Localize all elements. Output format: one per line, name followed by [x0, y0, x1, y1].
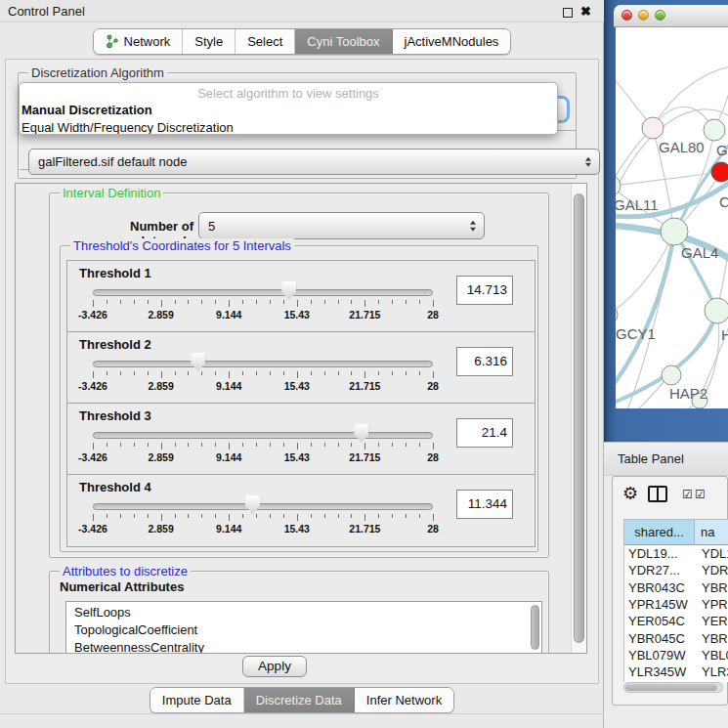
table-scrollbar-thumb[interactable]: [625, 684, 717, 691]
threshold-label: Threshold 2: [79, 337, 151, 352]
threshold-value-field[interactable]: 21.4: [456, 418, 513, 448]
table-row[interactable]: YLR345WYLR3: [624, 664, 728, 680]
settings-scrollbar[interactable]: [571, 184, 586, 653]
network-node[interactable]: [711, 162, 728, 182]
slider-track[interactable]: [93, 503, 433, 510]
tab-impute-data[interactable]: Impute Data: [150, 688, 244, 712]
slider-tick: [256, 514, 257, 518]
tab-style[interactable]: Style: [183, 29, 236, 54]
table-cell[interactable]: YBR0: [695, 630, 728, 647]
table-cell[interactable]: YBR043C: [624, 579, 695, 596]
network-node[interactable]: [704, 119, 725, 141]
table-cell[interactable]: YBR045C: [624, 630, 695, 647]
table-cell[interactable]: YBL079W: [624, 647, 695, 664]
algorithm-option[interactable]: Equal Width/Frequency Discretization: [20, 119, 557, 135]
slider-tick: [364, 443, 365, 450]
table-row[interactable]: YER054CYER0: [624, 613, 728, 629]
slider-tick-label: -3.426: [78, 309, 107, 321]
table-cell[interactable]: YDL19...: [624, 545, 695, 562]
mac-close-button[interactable]: [621, 10, 632, 21]
slider-thumb[interactable]: [354, 424, 368, 443]
numerical-attributes-label: Numerical Attributes: [60, 579, 184, 594]
table-cell[interactable]: YER0: [695, 613, 728, 629]
slider-tick: [324, 300, 325, 304]
stepper-arrows-icon: [585, 156, 591, 167]
gear-icon[interactable]: ⚙: [622, 483, 638, 504]
network-icon: [106, 34, 119, 49]
node-attribute-table[interactable]: shared...na YDL19...YDL1YDR27...YDR2YBR0…: [623, 519, 728, 682]
numerical-attributes-list[interactable]: SelfLoopsTopologicalCoefficientBetweenne…: [65, 601, 542, 654]
table-cell[interactable]: YLR3: [695, 664, 728, 680]
table-row[interactable]: YBL079WYBL0: [624, 647, 728, 664]
table-row[interactable]: YDR27...YDR2: [624, 562, 728, 578]
table-row[interactable]: YDL19...YDL1: [624, 545, 728, 562]
apply-button[interactable]: Apply: [242, 656, 307, 677]
slider-track[interactable]: [93, 289, 433, 296]
table-column-header[interactable]: shared...: [624, 520, 695, 545]
slider-tick: [419, 371, 420, 375]
slider-tick: [175, 300, 176, 304]
slider-tick: [161, 514, 162, 521]
settings-scrollbar-thumb[interactable]: [574, 193, 584, 643]
mac-zoom-button[interactable]: [655, 10, 665, 21]
tab-cyni-toolbox[interactable]: Cyni Toolbox: [295, 29, 392, 54]
table-cell[interactable]: YDR27...: [624, 562, 695, 578]
table-cell[interactable]: YPR145W: [624, 596, 695, 613]
threshold-value-field[interactable]: 14.713: [456, 276, 513, 305]
attribute-list-item[interactable]: BetweennessCentrality: [74, 639, 541, 654]
attributes-scrollbar[interactable]: [531, 605, 539, 650]
network-node[interactable]: [661, 218, 688, 245]
table-cell[interactable]: YBR0: [695, 579, 728, 596]
slider-thumb[interactable]: [245, 495, 260, 514]
table-column-header[interactable]: na: [695, 520, 728, 545]
checkbox-icon[interactable]: ☑: [695, 488, 706, 501]
divider: [0, 713, 604, 714]
tab-select[interactable]: Select: [236, 29, 295, 54]
table-cell[interactable]: YDL1: [695, 545, 728, 562]
table-row[interactable]: YPR145WYPR1: [624, 596, 728, 613]
network-window-titlebar[interactable]: [614, 5, 728, 27]
network-node[interactable]: [662, 365, 681, 385]
slider-tick-label: 21.715: [349, 451, 380, 463]
attribute-list-item[interactable]: TopologicalCoefficient: [74, 621, 541, 639]
slider-track[interactable]: [93, 432, 433, 439]
slider-tick-label: 28: [427, 380, 439, 392]
mac-minimize-button[interactable]: [638, 10, 649, 21]
network-node[interactable]: [642, 117, 664, 139]
slider-tick: [283, 443, 284, 447]
table-row[interactable]: YBR043CYBR0: [624, 579, 728, 596]
slider-tick-label: 28: [427, 523, 439, 535]
number-of-intervals-combobox[interactable]: 5: [198, 212, 485, 239]
attribute-list-item[interactable]: SelfLoops: [74, 604, 541, 621]
table-cell[interactable]: YDR2: [695, 562, 728, 578]
slider-tick: [134, 300, 135, 304]
tab-label: Style: [194, 34, 223, 49]
algorithm-option[interactable]: Manual Discretization: [20, 102, 557, 119]
table-cell[interactable]: YER054C: [624, 613, 695, 629]
network-node-label: HAP2: [669, 385, 707, 402]
network-canvas[interactable]: GAL80GAGAL11CGAL4GCY1HHAP2: [616, 27, 728, 408]
table-cell[interactable]: YLR345W: [624, 664, 695, 680]
table-cell[interactable]: YBL0: [695, 647, 728, 664]
float-window-icon[interactable]: [563, 8, 573, 18]
slider-tick: [107, 443, 107, 447]
network-node[interactable]: [705, 298, 728, 323]
tab-discretize-data[interactable]: Discretize Data: [244, 688, 355, 712]
tab-infer-network[interactable]: Infer Network: [355, 688, 453, 712]
tab-network[interactable]: Network: [94, 29, 184, 54]
threshold-value-field[interactable]: 11.344: [456, 490, 513, 519]
table-horizontal-scrollbar[interactable]: [623, 682, 723, 693]
tab-label: jActiveMNodules: [405, 34, 499, 49]
slider-track[interactable]: [93, 361, 433, 367]
close-icon[interactable]: ✖: [580, 4, 591, 19]
checkbox-icon[interactable]: ☑: [682, 488, 693, 501]
slider-thumb[interactable]: [281, 281, 296, 300]
table-row[interactable]: YBR045CYBR0: [624, 630, 728, 647]
threshold-value-field[interactable]: 6.316: [456, 347, 513, 376]
slider-tick: [201, 371, 202, 375]
table-data-combobox[interactable]: galFiltered.sif default node: [28, 149, 600, 175]
table-cell[interactable]: YPR1: [695, 596, 728, 613]
slider-thumb[interactable]: [191, 353, 205, 371]
column-layout-icon[interactable]: [648, 486, 667, 502]
tab-jactivemnodules[interactable]: jActiveMNodules: [393, 29, 511, 54]
